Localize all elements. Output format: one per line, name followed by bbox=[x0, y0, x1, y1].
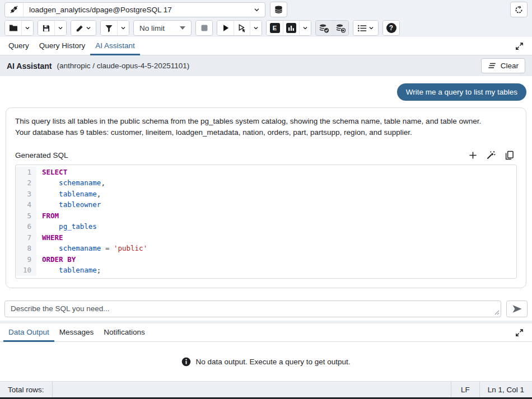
connection-selector[interactable]: loadgen_analytics/dpage@PostgreSQL 17 bbox=[4, 2, 265, 17]
sql-code-text[interactable]: schemaname, bbox=[36, 177, 105, 189]
output-empty-message: No data output. Execute a query to get o… bbox=[195, 358, 350, 366]
chevron-down-icon bbox=[302, 25, 308, 31]
query-toolbar: No limit E ? bbox=[0, 19, 532, 37]
tab-notifications[interactable]: Notifications bbox=[99, 323, 150, 342]
help-icon: ? bbox=[386, 23, 396, 33]
sql-code-text[interactable]: SELECT bbox=[36, 167, 67, 178]
connection-plug-icon bbox=[5, 3, 24, 17]
rollback-icon bbox=[335, 24, 346, 33]
tab-query[interactable]: Query bbox=[3, 37, 34, 55]
copy-sql-button[interactable] bbox=[505, 151, 514, 160]
sql-code-line: 8 schemaname = 'public' bbox=[16, 243, 516, 254]
expand-editor-button[interactable] bbox=[510, 40, 529, 53]
open-file-group bbox=[4, 20, 34, 36]
chevron-down-icon bbox=[253, 25, 259, 31]
filter-group bbox=[100, 20, 129, 36]
line-number: 10 bbox=[16, 265, 36, 276]
stop-group bbox=[195, 20, 213, 36]
output-panel-tabs: Data Output Messages Notifications bbox=[0, 323, 532, 342]
ai-chat-area: Write me a query to list my tables This … bbox=[0, 76, 532, 297]
tab-messages[interactable]: Messages bbox=[54, 323, 99, 342]
sql-code-text[interactable]: ORDER BY bbox=[36, 254, 76, 265]
sql-code-text[interactable]: WHERE bbox=[36, 232, 63, 243]
ai-response-card: This query lists all tables in the publi… bbox=[6, 107, 526, 288]
open-file-button[interactable] bbox=[5, 21, 21, 35]
eol-indicator[interactable]: LF bbox=[451, 382, 479, 397]
explain-analyze-chart-icon bbox=[286, 23, 296, 33]
sql-code-text[interactable]: tableowner bbox=[36, 199, 101, 210]
execute-query-button[interactable] bbox=[217, 21, 234, 35]
status-bar-right: LF Ln 1, Col 1 bbox=[451, 382, 532, 397]
sql-code-line: 10 tablename; bbox=[16, 265, 516, 276]
stop-icon bbox=[200, 24, 208, 32]
expand-output-button[interactable] bbox=[510, 326, 529, 339]
sql-code-line: 3 tablename, bbox=[16, 189, 516, 200]
generated-sql-row: Generated SQL bbox=[15, 151, 517, 160]
filter-button[interactable] bbox=[101, 21, 117, 35]
rollback-button[interactable] bbox=[332, 21, 348, 35]
edit-button[interactable] bbox=[71, 21, 96, 35]
chevron-down-icon bbox=[368, 25, 374, 31]
refresh-icon bbox=[515, 6, 523, 14]
insert-sql-button[interactable] bbox=[469, 151, 477, 160]
help-button[interactable]: ? bbox=[383, 21, 399, 35]
sql-code-text[interactable]: schemaname = 'public' bbox=[36, 243, 147, 254]
filter-menu-button[interactable] bbox=[117, 21, 129, 35]
generated-sql-actions bbox=[469, 151, 517, 160]
status-bar: Total rows: LF Ln 1, Col 1 bbox=[0, 381, 532, 397]
transaction-group bbox=[315, 20, 349, 36]
save-button[interactable] bbox=[38, 21, 54, 35]
ai-assistant-header: AI Assistant (anthropic / claude-opus-4-… bbox=[0, 55, 532, 76]
sql-code-text[interactable]: tablename, bbox=[36, 189, 101, 200]
clear-chat-button[interactable]: Clear bbox=[481, 58, 525, 73]
generated-sql-label: Generated SQL bbox=[15, 151, 68, 159]
sql-code-text[interactable]: tablename; bbox=[36, 265, 101, 276]
ai-model-label: (anthropic / claude-opus-4-5-20251101) bbox=[57, 62, 189, 70]
chevron-down-icon bbox=[254, 7, 265, 13]
tab-data-output[interactable]: Data Output bbox=[3, 323, 54, 342]
line-number: 2 bbox=[16, 177, 36, 189]
open-file-menu-button[interactable] bbox=[21, 21, 33, 35]
filter-icon bbox=[105, 24, 113, 32]
list-icon bbox=[358, 25, 367, 32]
commit-button[interactable] bbox=[316, 21, 332, 35]
line-number: 7 bbox=[16, 232, 36, 243]
explain-group: E bbox=[266, 20, 311, 36]
explain-menu-button[interactable] bbox=[299, 21, 311, 35]
ai-response-text: This query lists all tables in the publi… bbox=[15, 116, 486, 139]
edit-group bbox=[71, 20, 96, 36]
new-connection-button[interactable] bbox=[270, 2, 287, 17]
sql-code-line: 1SELECT bbox=[16, 167, 516, 178]
copy-icon bbox=[505, 151, 514, 160]
stop-button[interactable] bbox=[196, 21, 212, 35]
send-icon bbox=[512, 304, 522, 313]
line-number: 1 bbox=[16, 167, 36, 178]
reset-layout-button[interactable] bbox=[510, 2, 528, 17]
send-prompt-button[interactable] bbox=[506, 301, 528, 317]
chevron-down-icon bbox=[86, 25, 91, 31]
line-number: 3 bbox=[16, 189, 36, 200]
save-group bbox=[38, 20, 67, 36]
sql-code-line: 2 schemaname, bbox=[16, 177, 516, 189]
macros-button[interactable] bbox=[353, 21, 378, 35]
cursor-position: Ln 1, Col 1 bbox=[479, 382, 532, 397]
sql-prompt-input[interactable] bbox=[4, 301, 501, 317]
dropdown-arrow-icon bbox=[180, 26, 185, 30]
sql-code-text[interactable]: FROM bbox=[36, 210, 59, 222]
refine-sql-button[interactable] bbox=[486, 151, 496, 160]
tab-query-history[interactable]: Query History bbox=[34, 37, 91, 55]
row-limit-select[interactable]: No limit bbox=[133, 20, 192, 36]
execute-menu-button[interactable] bbox=[250, 21, 262, 35]
magic-wand-icon bbox=[486, 151, 496, 160]
connection-row: loadgen_analytics/dpage@PostgreSQL 17 bbox=[0, 0, 532, 19]
save-menu-button[interactable] bbox=[54, 21, 66, 35]
total-rows-label: Total rows: bbox=[0, 382, 53, 397]
execute-group bbox=[217, 20, 262, 36]
explain-button[interactable]: E bbox=[267, 21, 283, 35]
sql-code-line: 6 pg_tables bbox=[16, 221, 516, 232]
pencil-icon bbox=[76, 24, 84, 32]
explain-analyze-button[interactable] bbox=[283, 21, 299, 35]
execute-script-button[interactable] bbox=[234, 21, 250, 35]
tab-ai-assistant[interactable]: AI Assistant bbox=[90, 37, 140, 55]
sql-code-text[interactable]: pg_tables bbox=[36, 221, 97, 232]
